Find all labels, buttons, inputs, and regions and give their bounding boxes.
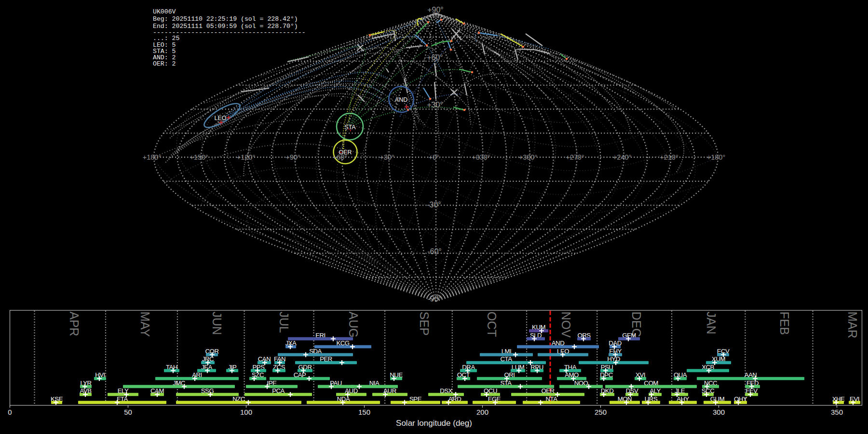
svg-text:-90°: -90° [427,295,442,303]
svg-text:STA: STA [344,124,356,131]
svg-text:Beg: 20251110 22:25:19 (sol =: Beg: 20251110 22:25:19 (sol = 228.42°) [153,15,298,23]
svg-text:+30°: +30° [380,153,394,161]
svg-text:AND: AND [395,96,407,103]
svg-text:+180°: +180° [143,153,161,161]
svg-text:+0°: +0° [429,153,439,161]
svg-text:+210°: +210° [660,153,678,161]
svg-text:OER: 2: OER: 2 [153,60,176,68]
svg-text:OER: OER [339,149,352,156]
svg-text:100: 100 [240,408,252,416]
svg-text:+60°: +60° [427,54,443,62]
svg-text:50: 50 [124,408,132,416]
svg-text:AUG: AUG [347,312,360,338]
svg-text:SEP: SEP [418,312,431,336]
svg-text:+300°: +300° [519,153,537,161]
svg-text:0: 0 [8,408,12,416]
svg-text:NOV: NOV [559,312,573,338]
svg-text:200: 200 [476,408,488,416]
svg-text:+240°: +240° [613,153,631,161]
svg-text:JAN: JAN [705,312,718,334]
svg-text:Solar longitude (deg): Solar longitude (deg) [396,419,472,428]
svg-text:JUN: JUN [210,312,224,335]
svg-text:300: 300 [713,408,725,416]
svg-text:APR: APR [68,312,81,336]
svg-text:FEB: FEB [778,312,791,335]
svg-text:-60°: -60° [427,247,442,256]
svg-text:350: 350 [831,408,843,416]
svg-text:JUL: JUL [277,312,291,333]
svg-text:250: 250 [595,408,607,416]
svg-text:150: 150 [358,408,370,416]
svg-text:+270°: +270° [566,153,584,161]
svg-text:+90°: +90° [427,6,444,14]
svg-text:UK006V: UK006V [153,8,176,15]
svg-text:LEO: LEO [214,115,226,122]
svg-text:MAY: MAY [138,312,152,337]
svg-text:+180°: +180° [707,153,725,161]
svg-text:+30°: +30° [427,101,443,109]
svg-text:OCT: OCT [485,312,499,337]
svg-text:+90°: +90° [285,153,300,161]
svg-text:+150°: +150° [190,153,208,161]
svg-text:MAR: MAR [846,312,859,339]
svg-text:+330°: +330° [472,153,490,161]
svg-text:-30°: -30° [427,201,441,209]
svg-text:+120°: +120° [237,153,255,161]
